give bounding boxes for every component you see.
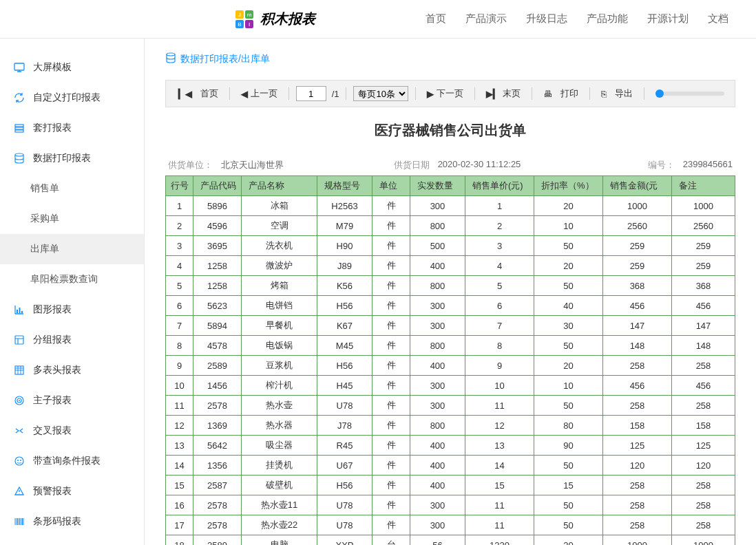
table-cell: 1456 xyxy=(193,376,242,396)
sidebar-item[interactable]: 大屏模板 xyxy=(0,52,144,83)
sidebar-item-label: 销售单 xyxy=(30,182,59,195)
table-cell: 14 xyxy=(465,456,534,475)
table-cell: 259 xyxy=(603,236,672,256)
no-value: 2399845661 xyxy=(683,159,733,171)
stack-icon xyxy=(14,122,25,133)
sidebar-item[interactable]: 交叉报表 xyxy=(0,416,144,446)
svg-point-21 xyxy=(15,457,23,465)
table-cell: 1369 xyxy=(193,416,242,436)
page-input[interactable] xyxy=(296,86,326,101)
table-header: 销售金额(元 xyxy=(603,176,672,196)
table-cell: 1258 xyxy=(193,256,242,276)
next-page-button[interactable]: ▶下一页 xyxy=(423,87,468,100)
sidebar-item[interactable]: 自定义打印报表 xyxy=(0,83,144,113)
sidebar-item[interactable]: 带查询条件报表 xyxy=(0,446,144,476)
table-cell: 16 xyxy=(166,495,193,515)
table-cell: 件 xyxy=(372,416,410,436)
table-cell: U67 xyxy=(317,456,372,475)
table-cell: 259 xyxy=(672,256,735,276)
sidebar-item[interactable]: 条形码报表 xyxy=(0,506,144,537)
table-cell: 3 xyxy=(166,236,193,256)
sidebar-item[interactable]: 分组报表 xyxy=(0,325,144,355)
table-cell: 13 xyxy=(166,436,193,456)
sidebar-item-label: 分组报表 xyxy=(33,334,72,346)
last-page-button[interactable]: ▶▎末页 xyxy=(482,87,525,100)
per-page-select[interactable]: 每页10条 xyxy=(353,86,408,101)
nav-link[interactable]: 升级日志 xyxy=(526,12,567,25)
sidebar-item[interactable]: 数据打印报表 xyxy=(0,143,144,173)
nav-link[interactable]: 文档 xyxy=(708,12,728,25)
table-cell: 56 xyxy=(410,535,465,546)
sidebar-item[interactable]: 套打报表 xyxy=(0,113,144,143)
table-cell: 件 xyxy=(372,316,410,336)
sidebar-sub-item[interactable]: 出库单 xyxy=(0,234,144,264)
table-cell: 15 xyxy=(534,475,603,495)
table-cell: U78 xyxy=(317,396,372,416)
table-cell: 800 xyxy=(410,276,465,296)
sidebar-item-label: 套打报表 xyxy=(33,122,72,134)
nav-link[interactable]: 产品演示 xyxy=(465,12,507,25)
table-cell: 300 xyxy=(410,495,465,515)
breadcrumb[interactable]: 数据打印报表/出库单 xyxy=(165,52,735,66)
table-cell: J89 xyxy=(317,256,372,276)
table-cell: 2589 xyxy=(193,535,242,546)
table-cell: H56 xyxy=(317,296,372,316)
table-cell: H2563 xyxy=(317,196,372,216)
first-page-button[interactable]: ▎◀ 首页 xyxy=(174,87,222,100)
table-cell: 500 xyxy=(410,236,465,256)
sidebar-item-label: 主子报表 xyxy=(33,394,72,407)
zoom-slider[interactable] xyxy=(655,92,724,96)
export-button[interactable]: ⎘ 导出 xyxy=(597,87,637,100)
table-cell: J78 xyxy=(317,416,372,436)
table-cell: 4 xyxy=(465,256,534,276)
table-cell: 件 xyxy=(372,256,410,276)
table-row: 41258微波炉J89件400420259259 xyxy=(166,256,735,276)
table-cell: 300 xyxy=(410,316,465,336)
table-cell: 5 xyxy=(465,276,534,296)
svg-rect-9 xyxy=(15,125,23,127)
sidebar-sub-item[interactable]: 销售单 xyxy=(0,173,144,204)
table-cell: 2 xyxy=(166,216,193,236)
table-header: 规格型号 xyxy=(317,176,372,196)
table-row: 135642吸尘器R45件4001390125125 xyxy=(166,436,735,456)
nav-link[interactable]: 产品功能 xyxy=(587,12,628,25)
table-cell: 4 xyxy=(166,256,193,276)
table-cell: U78 xyxy=(317,515,372,535)
logo[interactable]: JmBI 积木报表 xyxy=(234,9,315,30)
sidebar-item[interactable]: 图形报表 xyxy=(0,295,144,325)
table-cell: 件 xyxy=(372,376,410,396)
nav-links: 首页产品演示升级日志产品功能开源计划文档 xyxy=(426,12,728,25)
table-cell: 件 xyxy=(372,276,410,296)
table-cell: 7 xyxy=(465,316,534,336)
table-cell: 400 xyxy=(410,356,465,376)
nav-link[interactable]: 首页 xyxy=(426,12,446,25)
logo-text: 积木报表 xyxy=(260,10,315,28)
table-cell: 热水壶 xyxy=(242,396,317,416)
table-cell: 259 xyxy=(672,236,735,256)
table-cell: 258 xyxy=(672,495,735,515)
table-cell: 件 xyxy=(372,456,410,475)
breadcrumb-text: 数据打印报表/出库单 xyxy=(180,53,270,65)
table-cell: 50 xyxy=(534,515,603,535)
print-button[interactable]: 🖶 打印 xyxy=(539,87,582,100)
table-cell: 50 xyxy=(534,336,603,356)
sidebar-sub-item[interactable]: 采购单 xyxy=(0,204,144,234)
sidebar-item-label: 大屏模板 xyxy=(33,61,72,74)
table-cell: 豆浆机 xyxy=(242,356,317,376)
table-cell: 50 xyxy=(534,495,603,515)
table-cell: 件 xyxy=(372,356,410,376)
table-cell: 早餐机 xyxy=(242,316,317,336)
table-cell: 15 xyxy=(166,475,193,495)
sidebar-item[interactable]: 主子报表 xyxy=(0,385,144,416)
sidebar-sub-item[interactable]: 阜阳检票数查询 xyxy=(0,264,144,295)
nav-link[interactable]: 开源计划 xyxy=(647,12,689,25)
table-cell: H56 xyxy=(317,356,372,376)
table-cell: 件 xyxy=(372,495,410,515)
sidebar-item[interactable]: 多表头报表 xyxy=(0,355,144,385)
table-cell: 件 xyxy=(372,296,410,316)
sidebar-item[interactable]: 预警报表 xyxy=(0,476,144,506)
prev-page-button[interactable]: ◀上一页 xyxy=(237,87,282,100)
table-cell: 258 xyxy=(672,475,735,495)
sidebar-item-label: 采购单 xyxy=(30,213,59,225)
table-cell: 10 xyxy=(534,216,603,236)
